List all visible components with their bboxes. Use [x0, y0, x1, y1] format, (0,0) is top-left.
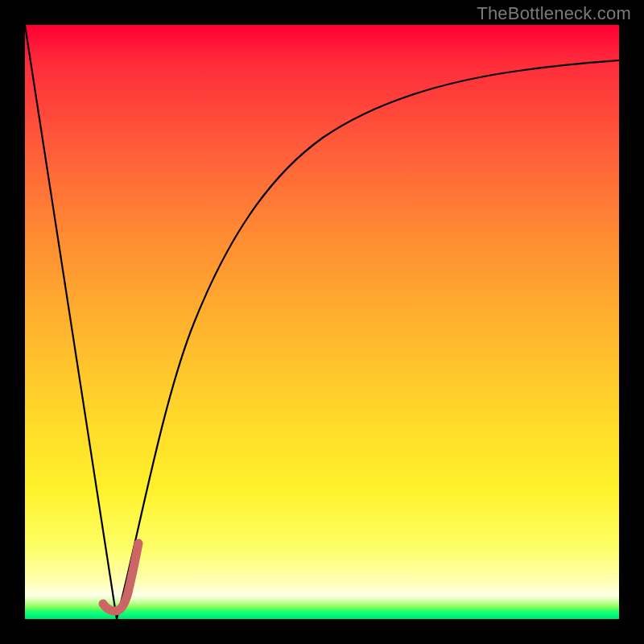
- plot-area: [25, 25, 619, 619]
- left-line: [25, 25, 117, 619]
- highlight-hook: [103, 543, 138, 611]
- watermark-text: TheBottleneck.com: [477, 3, 631, 24]
- chart-frame: TheBottleneck.com: [0, 0, 644, 644]
- right-curve: [117, 60, 619, 619]
- curves-svg: [25, 25, 619, 619]
